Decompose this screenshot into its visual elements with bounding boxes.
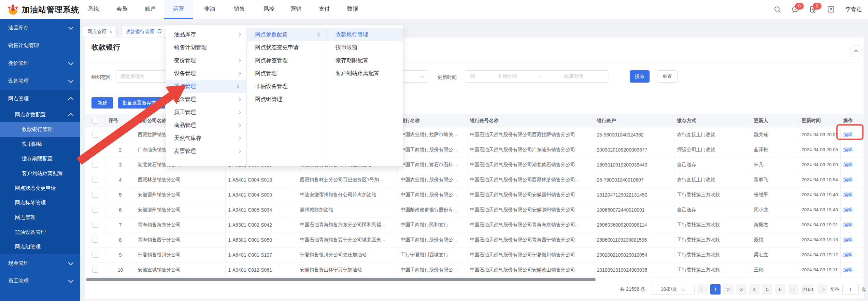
goto-page-input[interactable]: 1 [842, 284, 859, 295]
nav-item-10[interactable]: 数据 [338, 0, 367, 18]
row-checkbox[interactable] [93, 267, 98, 273]
refresh-icon[interactable] [157, 29, 162, 35]
page-button-4[interactable]: 4 [749, 284, 759, 295]
message-icon[interactable]: 0 [791, 5, 800, 14]
sidebar-item-14[interactable]: 非油设备管理 [0, 225, 80, 240]
row-checkbox[interactable] [93, 162, 98, 168]
create-button[interactable]: 新建 [91, 97, 113, 109]
fullscreen-icon[interactable] [826, 5, 835, 14]
nav-item-2[interactable]: 会员 [108, 0, 136, 18]
sidebar-item-7[interactable]: 收款银行管理 [0, 122, 80, 137]
menu-item-l1-8[interactable]: 商品管理 [166, 119, 246, 132]
menu-item-l2-4[interactable]: 网点管理 [247, 67, 327, 80]
menu-item-l2-1[interactable]: 网点参数配置 [247, 28, 327, 41]
nav-item-9[interactable]: 支付 [310, 0, 339, 18]
edit-link[interactable]: 编辑 [843, 147, 853, 152]
menu-item-l1-1[interactable]: 油品库存 [166, 28, 246, 41]
next-page-button[interactable] [817, 284, 827, 295]
page-button-1[interactable]: 1 [710, 284, 721, 295]
menu-item-l1-2[interactable]: 销售计划管理 [166, 41, 246, 54]
sidebar-item-16[interactable]: 现金管理 [0, 254, 80, 272]
start-time-input[interactable]: 开始时间 [477, 73, 538, 80]
edit-link[interactable]: 编辑 [843, 267, 853, 272]
row-checkbox[interactable] [93, 177, 98, 183]
menu-item-l1-7[interactable]: 员工管理 [166, 106, 246, 119]
search-icon[interactable] [773, 5, 782, 14]
prev-page-button[interactable] [697, 284, 708, 295]
cell: 安徽滁州销售分公司 [135, 202, 225, 217]
menu-item-l2-3[interactable]: 网点标签管理 [247, 54, 327, 67]
menu-item-l1-5[interactable]: 网点管理 [166, 80, 246, 93]
row-checkbox[interactable] [93, 222, 98, 228]
page-button-5[interactable]: 5 [762, 284, 772, 295]
tab-network-management[interactable]: 网点管理 × [83, 26, 117, 37]
edit-link[interactable]: 编辑 [843, 162, 853, 167]
sidebar-item-1[interactable]: 油品库存 [0, 19, 80, 37]
nav-item-3[interactable]: 账户 [136, 0, 165, 18]
sidebar-item-12[interactable]: 网点标签管理 [0, 196, 80, 210]
nav-item-5[interactable]: 非油 [195, 0, 224, 18]
sidebar-item-10[interactable]: 客户到站距离配置 [0, 166, 80, 181]
menu-item-l1-3[interactable]: 变价管理 [166, 54, 246, 67]
sidebar-item-8[interactable]: 投币限额 [0, 137, 80, 152]
todo-list-icon[interactable]: 0 [809, 5, 817, 14]
nav-item-4[interactable]: 运营 [164, 0, 193, 18]
menu-item-l3-4[interactable]: 客户到站距离配置 [327, 67, 403, 80]
sidebar-item-17[interactable]: 员工管理 [0, 272, 80, 290]
reset-button[interactable]: 重置 [657, 70, 678, 83]
page-button-6[interactable]: 6 [775, 284, 785, 295]
batch-set-deposit-method-button[interactable]: 批量设置缴存方式 [118, 97, 165, 109]
menu-item-l2-2[interactable]: 网点状态变更申请 [247, 41, 327, 54]
sidebar-item-13[interactable]: 网点管理 [0, 210, 80, 225]
edit-link[interactable]: 编辑 [843, 132, 853, 137]
edit-link[interactable]: 编辑 [843, 177, 853, 182]
menu-item-l1-9[interactable]: 天然气库存 [166, 132, 246, 145]
search-button[interactable]: 搜索 [630, 70, 650, 83]
row-checkbox[interactable] [93, 132, 98, 138]
page-button-3[interactable]: 3 [736, 284, 746, 295]
page-size-select[interactable]: 10条/页 [651, 284, 695, 295]
menu-item-l1-4[interactable]: 设备管理 [166, 67, 246, 80]
row-checkbox[interactable] [93, 252, 98, 258]
menu-item-l1-6[interactable]: 现金管理 [166, 93, 246, 106]
update-time-range-picker[interactable]: 开始时间 - 结束时间 [465, 70, 609, 83]
sidebar-item-9[interactable]: 缴存期限配置 [0, 152, 80, 166]
select-all-checkbox[interactable] [93, 118, 98, 124]
sidebar-item-5[interactable]: 网点管理 [0, 90, 80, 108]
tab-collection-bank-management[interactable]: 收款银行管理 [121, 26, 167, 37]
row-checkbox[interactable] [93, 192, 98, 198]
edit-link[interactable]: 编辑 [843, 192, 853, 197]
current-user-name[interactable]: 李青莲 [845, 6, 862, 13]
nav-item-7[interactable]: 风控 [255, 0, 283, 18]
sidebar-item-2[interactable]: 销售计划管理 [0, 37, 80, 54]
edit-link[interactable]: 编辑 [843, 222, 853, 227]
menu-item-l3-3[interactable]: 缴存期限配置 [327, 54, 403, 67]
sidebar-item-15[interactable]: 网点组管理 [0, 240, 80, 254]
page-button-2160[interactable]: 2160 [801, 284, 814, 295]
end-time-input[interactable]: 结束时间 [543, 73, 604, 80]
sidebar-item-4[interactable]: 设备管理 [0, 72, 80, 90]
collapse-filters-button[interactable] [850, 45, 862, 57]
row-checkbox[interactable] [93, 237, 98, 243]
sidebar-item-11[interactable]: 网点状态变更申请 [0, 181, 80, 196]
menu-item-l3-1[interactable]: 收款银行管理 [327, 28, 403, 41]
edit-link[interactable]: 编辑 [843, 252, 853, 257]
row-checkbox[interactable] [93, 147, 98, 153]
nav-item-6[interactable]: 销售 [225, 0, 254, 18]
menu-item-l3-2[interactable]: 投币限额 [327, 41, 403, 54]
sidebar-item-3[interactable]: 变价管理 [0, 54, 80, 72]
nav-item-1[interactable]: 系统 [79, 0, 108, 18]
edit-link[interactable]: 编辑 [843, 207, 853, 212]
cell: 1803010919200039443 [594, 157, 674, 172]
menu-item-l1-10[interactable]: 发票管理 [166, 145, 246, 158]
nav-item-8[interactable]: 营销 [282, 0, 310, 18]
page-ellipsis[interactable]: ··· [788, 284, 798, 295]
close-icon[interactable]: × [109, 29, 112, 34]
sidebar-item-6[interactable]: 网点参数配置 [0, 108, 80, 122]
page-button-2[interactable]: 2 [723, 284, 734, 295]
menu-item-l2-6[interactable]: 网点组管理 [247, 93, 327, 106]
menu-item-l2-5[interactable]: 非油设备管理 [247, 80, 327, 93]
row-checkbox[interactable] [93, 207, 98, 213]
horizontal-scrollbar[interactable] [86, 278, 596, 281]
edit-link[interactable]: 编辑 [843, 237, 853, 242]
